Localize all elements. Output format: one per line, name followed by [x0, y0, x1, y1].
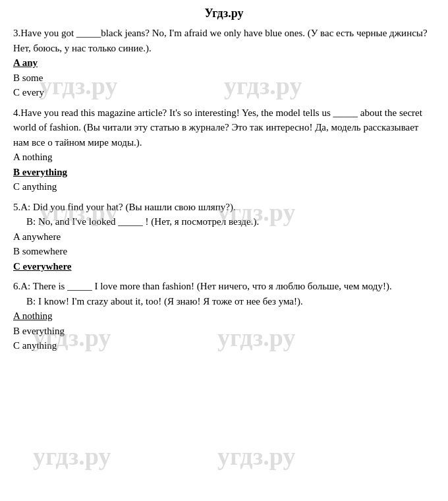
q4-option-c: C anything: [13, 179, 435, 194]
q3-option-b: B some: [13, 71, 435, 86]
q5-option-c: C everywhere: [13, 259, 435, 274]
question-6: 6.A: There is _____ I love more than fas…: [13, 279, 435, 353]
question-4-text: 4.Have you read this magazine article? I…: [13, 105, 435, 150]
question-5-text-b: B: No, and I've looked _____ ! (Нет, я п…: [26, 214, 435, 229]
question-6-text-b: B: I know! I'm crazy about it, too! (Я з…: [26, 294, 435, 309]
q6-option-c: C anything: [13, 338, 435, 353]
q3-option-c: C every: [13, 85, 435, 100]
site-title: Угдз.ру: [13, 7, 435, 20]
q6-option-a: A nothing: [13, 309, 435, 324]
q5-option-b: B somewhere: [13, 244, 435, 259]
question-3-text: 3.Have you got _____black jeans? No, I'm…: [13, 26, 435, 55]
question-5: 5.A: Did you find your hat? (Вы нашли св…: [13, 200, 435, 274]
question-4: 4.Have you read this magazine article? I…: [13, 105, 435, 194]
site-title-text: Угдз.ру: [205, 7, 244, 20]
question-3: 3.Have you got _____black jeans? No, I'm…: [13, 26, 435, 100]
q4-option-b: B everything: [13, 165, 435, 180]
q4-option-a: A nothing: [13, 150, 435, 165]
watermark-7: угдз.ру: [33, 442, 111, 471]
watermark-8: угдз.ру: [217, 442, 295, 471]
q5-option-a: A anywhere: [13, 229, 435, 245]
q6-option-b: B everything: [13, 324, 435, 339]
q3-option-a: A any: [13, 55, 435, 71]
question-5-text-a: 5.A: Did you find your hat? (Вы нашли св…: [13, 200, 435, 215]
question-6-text-a: 6.A: There is _____ I love more than fas…: [13, 279, 435, 294]
content-area: 3.Have you got _____black jeans? No, I'm…: [13, 26, 435, 353]
